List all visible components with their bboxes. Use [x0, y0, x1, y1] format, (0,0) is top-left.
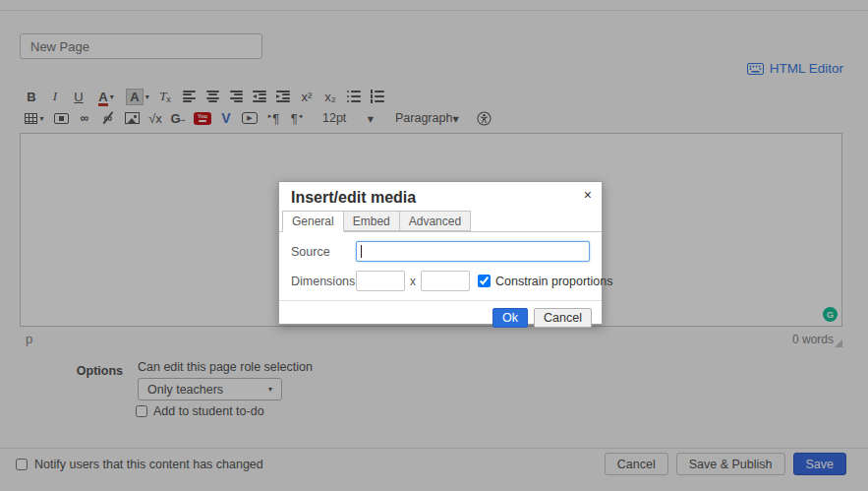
dialog-tabs: General Embed Advanced [279, 210, 602, 232]
close-icon[interactable]: × [584, 188, 592, 202]
constrain-proportions-checkbox[interactable] [478, 275, 491, 287]
dialog-title: Insert/edit media [291, 189, 416, 206]
dialog-header: Insert/edit media × [279, 182, 602, 210]
source-input-wrap [356, 241, 590, 262]
page-editor: HTML Editor B I U A ▾ A ▾ T x [0, 0, 868, 491]
dialog-footer: Ok Cancel [279, 300, 602, 328]
dimensions-row: Dimensions x Constrain proportions [291, 271, 590, 291]
dialog-cancel-button[interactable]: Cancel [534, 308, 592, 328]
tab-general[interactable]: General [282, 211, 344, 232]
constrain-proportions-label: Constrain proportions [495, 275, 613, 288]
dimensions-label: Dimensions [291, 275, 356, 288]
tab-embed[interactable]: Embed [343, 211, 400, 231]
dimensions-separator: x [410, 275, 416, 288]
width-input[interactable] [356, 271, 405, 291]
tab-advanced[interactable]: Advanced [399, 211, 471, 231]
source-label: Source [291, 245, 356, 259]
source-input[interactable] [356, 241, 590, 262]
source-row: Source [291, 241, 590, 262]
text-cursor [361, 245, 362, 258]
height-input[interactable] [421, 271, 470, 291]
insert-edit-media-dialog: Insert/edit media × General Embed Advanc… [278, 181, 603, 325]
ok-button[interactable]: Ok [492, 308, 528, 328]
